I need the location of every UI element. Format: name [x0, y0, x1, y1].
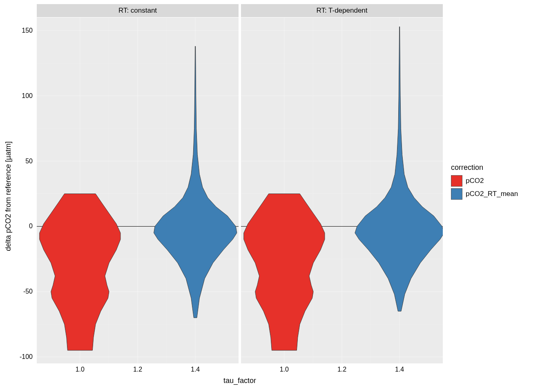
x-tick-label: 1.4 [191, 366, 200, 373]
violin-pCO2_RT_mean [154, 46, 237, 318]
y-tick-label: 50 [25, 158, 33, 165]
x-ticks: 1.01.21.4 [241, 366, 443, 376]
x-tick-label: 1.0 [280, 366, 289, 373]
legend-item: pCO2_RT_mean [451, 188, 541, 200]
legend-swatch [451, 188, 462, 200]
y-axis-title-container: delta pCO2 from reference [µatm] [0, 0, 16, 392]
x-tick-label: 1.0 [76, 366, 85, 373]
panel [241, 18, 443, 363]
legend-swatch [451, 175, 462, 187]
legend-title: correction [451, 163, 541, 172]
x-axis-title: tau_factor [37, 376, 443, 389]
panel-column: RT: T-dependent [241, 4, 443, 363]
legend: correction pCO2pCO2_RT_mean [451, 163, 541, 201]
x-tick-label: 1.4 [395, 366, 404, 373]
y-axis-ticks: -100-50050100150 [16, 18, 35, 363]
legend-label: pCO2_RT_mean [466, 190, 518, 198]
violin-pCO2_RT_mean [355, 27, 443, 311]
violin-pCO2 [244, 194, 325, 350]
facet-strip: RT: T-dependent [241, 4, 443, 18]
x-tick-label: 1.2 [133, 366, 142, 373]
legend-label: pCO2 [466, 177, 484, 185]
x-ticks: 1.01.21.4 [37, 366, 239, 376]
y-axis-title: delta pCO2 from reference [µatm] [4, 141, 13, 251]
y-tick-label: -100 [20, 353, 33, 361]
x-axis-ticks-row: 1.01.21.41.01.21.4 [37, 366, 443, 376]
y-tick-label: 100 [22, 92, 33, 100]
y-tick-label: 150 [22, 27, 33, 34]
panel-column: RT: constant [37, 4, 239, 363]
facet-strip: RT: constant [37, 4, 239, 18]
panel [37, 18, 239, 363]
legend-item: pCO2 [451, 175, 541, 187]
y-tick-label: -50 [23, 288, 33, 295]
chart-figure: delta pCO2 from reference [µatm] -100-50… [0, 0, 549, 392]
x-tick-label: 1.2 [337, 366, 346, 373]
violin-pCO2 [40, 194, 121, 350]
panels-row: RT: constantRT: T-dependent [37, 4, 443, 363]
y-tick-label: 0 [29, 223, 33, 230]
